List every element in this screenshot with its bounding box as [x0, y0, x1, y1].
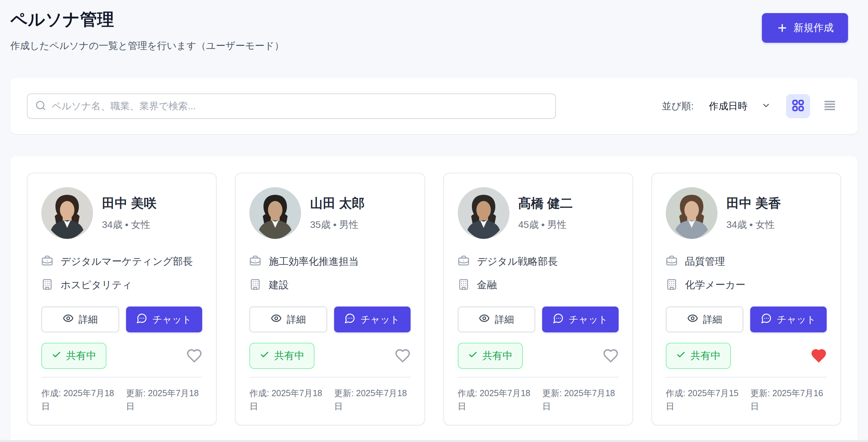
chevron-down-icon [761, 101, 771, 112]
grid-view-icon [791, 99, 805, 113]
status-row: 共有中 [249, 343, 410, 369]
detail-label: 詳細 [79, 313, 98, 326]
sort-label: 並び順: [662, 100, 694, 113]
chat-bubble-icon [344, 313, 355, 326]
card-head-text: 田中 美咲 34歳 • 女性 [102, 195, 156, 231]
created-date: 作成: 2025年7月18日 [249, 386, 326, 413]
card-footer: 作成: 2025年7月18日 更新: 2025年7月18日 [249, 377, 410, 413]
favorite-button[interactable] [395, 348, 411, 364]
avatar [666, 187, 717, 239]
sort-select[interactable]: 作成日時 [709, 100, 771, 113]
heart-icon [811, 360, 827, 365]
list-view-button[interactable] [818, 94, 841, 118]
industry-text: 建設 [269, 278, 289, 292]
briefcase-icon [249, 255, 261, 268]
card-head: 田中 美咲 34歳 • 女性 [41, 187, 202, 239]
created-date: 作成: 2025年7月18日 [458, 386, 534, 413]
role-row: デジタル戦略部長 [458, 255, 619, 269]
role-text: 施工効率化推進担当 [269, 255, 359, 269]
favorite-button[interactable] [811, 348, 827, 364]
toolbar-right: 並び順: 作成日時 [662, 94, 841, 118]
avatar [249, 187, 301, 239]
attr-rows: デジタル戦略部長 金融 [458, 255, 619, 292]
chat-label: チャット [777, 313, 816, 326]
building-icon [249, 279, 261, 292]
viewport-bottom-edge [0, 440, 868, 442]
persona-name: 田中 美香 [726, 195, 781, 212]
chat-button[interactable]: チャット [334, 307, 411, 332]
persona-card: 山田 太郎 35歳 • 男性 施工効率化推進担当 建設 [235, 173, 425, 425]
briefcase-icon [666, 255, 678, 268]
attr-rows: 施工効率化推進担当 建設 [249, 255, 410, 292]
persona-management-screen: ペルソナ管理 作成したペルソナの一覧と管理を行います（ユーザーモード） 新規作成… [0, 0, 868, 442]
favorite-button[interactable] [186, 348, 202, 364]
card-footer: 作成: 2025年7月18日 更新: 2025年7月18日 [458, 377, 619, 413]
shared-badge: 共有中 [666, 343, 731, 369]
detail-button[interactable]: 詳細 [458, 307, 536, 332]
updated-date: 更新: 2025年7月18日 [334, 386, 411, 413]
industry-row: ホスピタリティ [41, 278, 202, 292]
list-view-icon [822, 98, 838, 114]
role-text: 品質管理 [685, 255, 725, 269]
persona-card: 髙橋 健二 45歳 • 男性 デジタル戦略部長 金融 [443, 173, 633, 425]
heart-icon [186, 360, 202, 365]
chat-bubble-icon [136, 313, 147, 326]
favorite-button[interactable] [603, 348, 619, 364]
eye-icon [63, 313, 74, 326]
role-text: デジタル戦略部長 [477, 255, 558, 269]
persona-meta: 45歳 • 男性 [518, 218, 573, 231]
card-footer: 作成: 2025年7月15日 更新: 2025年7月16日 [666, 377, 827, 413]
action-row: 詳細 チャット [41, 307, 202, 332]
page-subtitle: 作成したペルソナの一覧と管理を行います（ユーザーモード） [10, 39, 848, 52]
detail-button[interactable]: 詳細 [41, 307, 119, 332]
detail-label: 詳細 [703, 313, 722, 326]
status-row: 共有中 [458, 343, 619, 369]
chat-button[interactable]: チャット [750, 307, 827, 332]
role-text: デジタルマーケティング部長 [61, 255, 193, 269]
check-icon [676, 350, 686, 362]
persona-meta: 35歳 • 男性 [310, 218, 364, 231]
created-date: 作成: 2025年7月18日 [41, 386, 118, 413]
status-row: 共有中 [41, 343, 202, 369]
shared-label: 共有中 [691, 349, 721, 363]
plus-icon [776, 22, 788, 34]
industry-text: 金融 [477, 278, 497, 292]
card-head-text: 山田 太郎 35歳 • 男性 [310, 195, 364, 231]
persona-name: 山田 太郎 [310, 195, 364, 212]
persona-name: 田中 美咲 [102, 195, 156, 212]
role-row: 施工効率化推進担当 [249, 255, 410, 269]
role-row: 品質管理 [666, 255, 827, 269]
chat-label: チャット [360, 313, 400, 326]
eye-icon [479, 313, 490, 326]
attr-rows: 品質管理 化学メーカー [666, 255, 827, 292]
persona-name: 髙橋 健二 [518, 195, 573, 212]
create-new-label: 新規作成 [794, 21, 834, 35]
sort-value: 作成日時 [709, 100, 747, 113]
create-new-button[interactable]: 新規作成 [762, 13, 848, 43]
chat-button[interactable]: チャット [126, 307, 203, 332]
chat-button[interactable]: チャット [542, 307, 619, 332]
detail-label: 詳細 [495, 313, 514, 326]
card-head: 山田 太郎 35歳 • 男性 [249, 187, 410, 239]
building-icon [458, 279, 469, 292]
grid-view-button[interactable] [786, 94, 810, 118]
created-date: 作成: 2025年7月15日 [666, 386, 742, 413]
detail-button[interactable]: 詳細 [666, 307, 744, 332]
page-title: ペルソナ管理 [10, 8, 848, 31]
chat-bubble-icon [761, 313, 772, 326]
card-head: 髙橋 健二 45歳 • 男性 [458, 187, 619, 239]
detail-button[interactable]: 詳細 [249, 307, 327, 332]
industry-row: 化学メーカー [666, 278, 827, 292]
shared-label: 共有中 [274, 349, 304, 363]
shared-badge: 共有中 [249, 343, 314, 369]
briefcase-icon [41, 255, 53, 268]
action-row: 詳細 チャット [458, 307, 619, 332]
shared-badge: 共有中 [458, 343, 523, 369]
eye-icon [271, 313, 282, 326]
building-icon [666, 279, 678, 292]
search-input[interactable] [52, 101, 548, 112]
persona-card: 田中 美香 34歳 • 女性 品質管理 化学メーカー [651, 173, 841, 425]
industry-text: ホスピタリティ [61, 278, 132, 292]
action-row: 詳細 チャット [249, 307, 410, 332]
avatar [458, 187, 509, 239]
